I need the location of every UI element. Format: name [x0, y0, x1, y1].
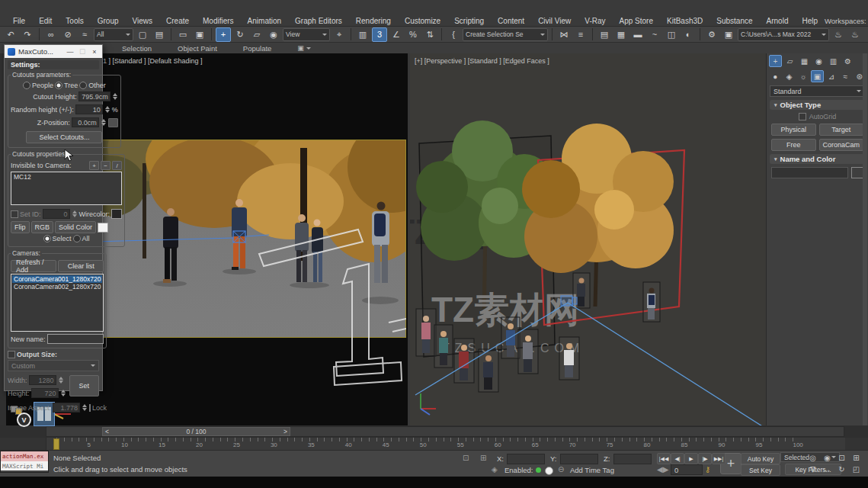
- tab-modify[interactable]: ▱: [783, 55, 796, 67]
- tree-radio[interactable]: [55, 82, 62, 89]
- menu-item[interactable]: V-Ray: [578, 17, 612, 25]
- orbit-icon[interactable]: ↻: [835, 464, 848, 474]
- output-preset-dropdown[interactable]: Custom: [8, 360, 99, 371]
- ribbon-tab[interactable]: Populate: [243, 44, 272, 53]
- select-and-scale-icon[interactable]: ▱: [249, 27, 264, 42]
- material-editor-icon[interactable]: ◐: [681, 27, 696, 42]
- select-by-name-icon[interactable]: ▤: [152, 27, 167, 42]
- camera-list-item[interactable]: CoronaCamera001_1280x720: [12, 275, 102, 283]
- invisible-camera-list[interactable]: MC12: [11, 172, 122, 205]
- pan-icon[interactable]: ↔: [821, 464, 834, 474]
- z-position-reset-button[interactable]: [108, 118, 118, 127]
- z-position-field[interactable]: 0.0cm: [72, 117, 99, 127]
- snaps-toggle-icon[interactable]: 3: [372, 27, 387, 42]
- next-frame-arrow[interactable]: >: [283, 428, 287, 435]
- select-cutouts-button[interactable]: Select Cutouts...: [26, 131, 102, 143]
- ribbon-toggle-icon[interactable]: ▬: [630, 27, 645, 42]
- camera-gizmo[interactable]: [561, 296, 577, 306]
- menu-item[interactable]: Substance: [709, 17, 759, 25]
- solid-color-swatch[interactable]: [98, 223, 108, 233]
- play-button[interactable]: ▶: [684, 453, 698, 464]
- zoom-extents-icon[interactable]: ⊡: [835, 452, 848, 463]
- render-online-icon[interactable]: ♨: [864, 27, 868, 42]
- redo-icon[interactable]: ↷: [20, 27, 35, 42]
- angle-snap-icon[interactable]: ∠: [389, 27, 404, 42]
- undo-icon[interactable]: ↶: [3, 27, 18, 42]
- time-slider-track[interactable]: < 0 / 100 >: [46, 426, 844, 437]
- tab-hierarchy[interactable]: ▦: [798, 55, 811, 67]
- spinner-snap-icon[interactable]: ⇅: [422, 27, 437, 42]
- viewport-perspective-label[interactable]: [+] [Perspective ] [Standard ] [Edged Fa…: [415, 57, 549, 65]
- object-type-rollout[interactable]: ▾ Object Type: [770, 100, 865, 110]
- current-frame-field[interactable]: 0: [671, 464, 703, 475]
- lock-checkbox[interactable]: [89, 404, 91, 412]
- named-selection-sets-dropdown[interactable]: Create Selection Se: [463, 28, 548, 41]
- menu-item[interactable]: Animation: [241, 17, 288, 25]
- rgb-button[interactable]: RGB: [31, 221, 54, 233]
- bind-to-spacewarp-icon[interactable]: ≈: [77, 27, 92, 42]
- x-coordinate-field[interactable]: [507, 454, 545, 464]
- minimize-button[interactable]: —: [66, 48, 75, 56]
- people-radio[interactable]: [23, 82, 30, 89]
- selection-filter-dropdown[interactable]: All: [94, 28, 133, 41]
- panel-scrollbar[interactable]: [863, 53, 867, 425]
- select-and-place-icon[interactable]: ◉: [266, 27, 281, 42]
- set-output-button[interactable]: Set: [69, 375, 99, 396]
- menu-item[interactable]: Scripting: [447, 17, 491, 25]
- y-coordinate-field[interactable]: [560, 454, 598, 464]
- output-size-checkbox[interactable]: [8, 351, 15, 358]
- image-aspect-spinner[interactable]: [82, 402, 88, 413]
- free-camera-button[interactable]: Free: [771, 139, 816, 151]
- curve-editor-icon[interactable]: ~: [647, 27, 662, 42]
- menu-item[interactable]: Help: [795, 17, 825, 25]
- dialog-title-bar[interactable]: MaxCuto... — ☐ ×: [5, 45, 102, 58]
- menu-item[interactable]: Group: [91, 17, 126, 25]
- tab-create[interactable]: +: [769, 55, 782, 67]
- all-radio[interactable]: [73, 235, 81, 242]
- image-aspect-field[interactable]: 1.778: [53, 403, 80, 413]
- menu-item[interactable]: Rendering: [349, 17, 398, 25]
- rendered-frame-window-icon[interactable]: ▣: [721, 27, 736, 42]
- menu-item[interactable]: Content: [491, 17, 531, 25]
- render-iterative-icon[interactable]: ♨: [847, 27, 863, 42]
- width-field[interactable]: 1280: [29, 375, 56, 385]
- window-crossing-icon[interactable]: ▣: [192, 27, 207, 42]
- menu-item[interactable]: Modifiers: [196, 17, 241, 25]
- ribbon-tab[interactable]: Object Paint: [178, 44, 217, 53]
- edit-named-selections-icon[interactable]: {: [446, 27, 461, 42]
- select-and-manipulate-icon[interactable]: ▥: [355, 27, 370, 42]
- height-field[interactable]: 720: [31, 388, 59, 398]
- maximize-viewport-icon[interactable]: ◰: [850, 464, 863, 474]
- go-start-button[interactable]: |◀◀: [657, 453, 671, 464]
- replace-camera-button[interactable]: /: [112, 161, 122, 170]
- cat-spacewarps[interactable]: ≈: [839, 70, 851, 82]
- autogrid-checkbox[interactable]: [799, 113, 806, 120]
- project-folder-dropdown[interactable]: C:\Users\A...s Max 2022: [738, 28, 829, 41]
- field-of-view-icon[interactable]: ∇: [806, 464, 819, 474]
- physical-camera-button[interactable]: Physical: [771, 124, 816, 136]
- select-object-icon[interactable]: ▢: [135, 27, 150, 42]
- list-item[interactable]: MC12: [12, 173, 120, 181]
- prev-frame-arrow[interactable]: <: [105, 428, 109, 435]
- menu-item[interactable]: App Store: [613, 17, 660, 25]
- set-id-checkbox[interactable]: [11, 210, 18, 218]
- time-toggle-icon[interactable]: [545, 467, 553, 475]
- menu-item[interactable]: Graph Editors: [288, 17, 349, 25]
- zoom-icon[interactable]: ◎: [806, 452, 819, 463]
- rectangular-selection-region-icon[interactable]: ▭: [175, 27, 191, 42]
- percent-snap-icon[interactable]: %: [405, 27, 421, 42]
- cat-lights[interactable]: ☼: [797, 70, 809, 82]
- menu-item[interactable]: File: [6, 17, 32, 25]
- cat-geometry[interactable]: ●: [769, 70, 781, 82]
- selection-lock-icon[interactable]: ⊡: [463, 454, 469, 462]
- select-and-move-icon[interactable]: +: [216, 27, 231, 42]
- settings-rollout[interactable]: Settings:: [8, 60, 99, 69]
- width-spinner[interactable]: [58, 374, 64, 386]
- schematic-view-icon[interactable]: ◫: [664, 27, 679, 42]
- align-icon[interactable]: ≡: [573, 27, 588, 42]
- target-camera-button[interactable]: Target: [819, 124, 864, 136]
- select-link-icon[interactable]: ∞: [43, 27, 59, 42]
- transform-gizmo-icon[interactable]: ◈: [492, 465, 498, 474]
- random-height-spinner[interactable]: [104, 104, 111, 115]
- tab-display[interactable]: ▥: [827, 55, 840, 67]
